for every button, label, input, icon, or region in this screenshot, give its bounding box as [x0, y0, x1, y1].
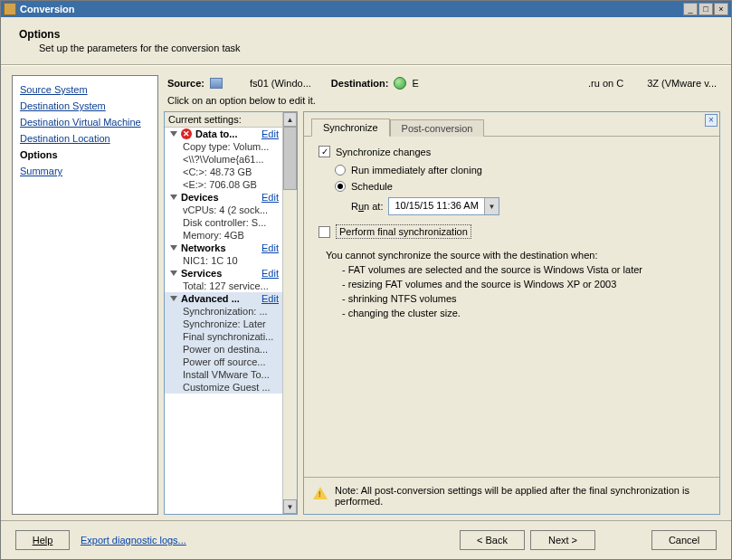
source-dest-bar: Source: fs01 (Windo... Destination: E .r…: [164, 75, 720, 95]
tree-section-services[interactable]: Services Edit: [165, 267, 282, 280]
sync-note-heading: You cannot synchronize the source with t…: [326, 248, 705, 262]
tree-section-data[interactable]: ✕ Data to... Edit: [165, 128, 282, 140]
list-item: <C:>: 48.73 GB: [165, 166, 282, 178]
back-button[interactable]: < Back: [460, 530, 525, 550]
error-icon: ✕: [181, 128, 192, 139]
options-detail-panel: × Synchronize Post-conversion ✓ Synchron…: [303, 111, 720, 515]
sync-changes-checkbox[interactable]: ✓: [318, 146, 330, 157]
list-item: <\\?\Volume{a61...: [165, 153, 282, 166]
sidebar-item-destination-system[interactable]: Destination System: [18, 98, 152, 114]
edit-link-devices[interactable]: Edit: [258, 192, 279, 203]
sync-note-line: - changing the cluster size.: [342, 306, 705, 320]
runat-value: 10/15/15 11:36 AM: [389, 198, 483, 214]
list-item: Power off source...: [165, 356, 282, 368]
sync-note-line: - resizing FAT volumes and the source is…: [342, 277, 705, 291]
tree-section-advanced[interactable]: Advanced ... Edit: [165, 292, 282, 305]
edit-link-data[interactable]: Edit: [258, 128, 279, 139]
chevron-down-icon: [170, 245, 177, 251]
edit-link-services[interactable]: Edit: [258, 268, 279, 279]
sidebar-item-summary[interactable]: Summary: [18, 163, 152, 179]
cancel-button[interactable]: Cancel: [651, 530, 717, 550]
list-item: Synchronize: Later: [165, 318, 282, 330]
list-item: Memory: 4GB: [165, 229, 282, 242]
destination-extra2: 3Z (VMware v...: [647, 78, 717, 89]
runat-label: Run at:: [351, 201, 383, 212]
tree-heading: Current settings:: [165, 112, 282, 128]
window-title: Conversion: [20, 4, 682, 14]
next-button[interactable]: Next >: [530, 530, 595, 550]
list-item: Total: 127 service...: [165, 280, 282, 292]
sync-note-line: - FAT volumes are selected and the sourc…: [342, 262, 705, 277]
sidebar-item-destination-vm[interactable]: Destination Virtual Machine: [18, 114, 152, 130]
scroll-thumb[interactable]: [283, 127, 297, 190]
list-item: Synchronization: ...: [165, 305, 282, 318]
perform-final-sync-label: Perform final synchronization: [336, 224, 471, 239]
settings-tree-panel: Current settings: ✕ Data to... Edit Copy…: [164, 111, 298, 515]
warning-bar: Note: All post-conversion settings will …: [304, 477, 719, 514]
warning-icon: [313, 487, 328, 499]
close-button[interactable]: ×: [714, 3, 728, 15]
tree-section-networks[interactable]: Networks Edit: [165, 242, 282, 254]
destination-value: E: [412, 78, 418, 89]
scroll-up-icon[interactable]: ▲: [283, 112, 297, 127]
destination-extra1: .ru on C: [588, 78, 623, 89]
tab-post-conversion[interactable]: Post-conversion: [390, 119, 485, 137]
list-item: Power on destina...: [165, 343, 282, 356]
list-item: Copy type: Volum...: [165, 140, 282, 153]
schedule-label: Schedule: [351, 181, 393, 192]
tree-scrollbar[interactable]: ▲ ▼: [282, 112, 297, 514]
panel-close-icon[interactable]: ×: [705, 114, 718, 127]
minimize-button[interactable]: _: [683, 3, 698, 15]
source-label: Source:: [167, 78, 204, 89]
chevron-down-icon: [170, 271, 177, 276]
sidebar-item-destination-location[interactable]: Destination Location: [18, 130, 152, 147]
destination-globe-icon: [394, 77, 406, 90]
tab-bar: Synchronize Post-conversion: [304, 112, 719, 137]
list-item: Customize Guest ...: [165, 381, 282, 394]
list-item: Disk controller: S...: [165, 216, 282, 229]
run-immediately-label: Run immediately after cloning: [351, 165, 482, 176]
combo-dropdown-icon[interactable]: ▼: [484, 198, 499, 214]
maximize-button[interactable]: □: [699, 3, 713, 15]
wizard-footer: Help Export diagnostic logs... < Back Ne…: [1, 520, 731, 559]
app-icon: [4, 3, 16, 15]
sync-changes-label: Synchronize changes: [336, 147, 431, 157]
chevron-down-icon: [170, 195, 177, 200]
page-title: Options: [19, 28, 713, 41]
tab-synchronize[interactable]: Synchronize: [311, 119, 390, 137]
page-header: Options Set up the parameters for the co…: [1, 17, 731, 59]
source-value: fs01 (Windo...: [250, 78, 311, 89]
schedule-radio[interactable]: [335, 181, 346, 192]
list-item: NIC1: 1C 10: [165, 254, 282, 267]
list-item: Install VMware To...: [165, 368, 282, 381]
tree-section-devices[interactable]: Devices Edit: [165, 191, 282, 204]
titlebar: Conversion _ □ ×: [1, 1, 731, 17]
chevron-down-icon: [170, 131, 177, 137]
list-item: Final synchronizati...: [165, 330, 282, 343]
scroll-down-icon[interactable]: ▼: [283, 499, 297, 514]
help-button[interactable]: Help: [15, 530, 70, 550]
page-subtitle: Set up the parameters for the conversion…: [39, 43, 713, 53]
chevron-down-icon: [170, 296, 177, 301]
perform-final-sync-checkbox[interactable]: [318, 226, 330, 238]
list-item: vCPUs: 4 (2 sock...: [165, 204, 282, 216]
destination-label: Destination:: [331, 78, 389, 89]
sync-note-line: - shrinking NTFS volumes: [342, 291, 705, 306]
edit-instruction: Click on an option below to edit it.: [164, 95, 720, 111]
warning-text: Note: All post-conversion settings will …: [335, 485, 710, 507]
list-item: <E:>: 706.08 GB: [165, 178, 282, 191]
run-immediately-radio[interactable]: [335, 165, 346, 176]
export-logs-link[interactable]: Export diagnostic logs...: [81, 535, 186, 546]
edit-link-networks[interactable]: Edit: [258, 242, 279, 253]
runat-datetime-combo[interactable]: 10/15/15 11:36 AM ▼: [388, 197, 499, 215]
sidebar-item-options[interactable]: Options: [18, 147, 152, 163]
conversion-window: Conversion _ □ × Options Set up the para…: [0, 0, 732, 560]
source-machine-icon: [210, 78, 223, 89]
wizard-steps-sidebar: Source System Destination System Destina…: [12, 75, 158, 515]
sidebar-item-source-system[interactable]: Source System: [18, 81, 152, 98]
edit-link-advanced[interactable]: Edit: [258, 293, 279, 304]
